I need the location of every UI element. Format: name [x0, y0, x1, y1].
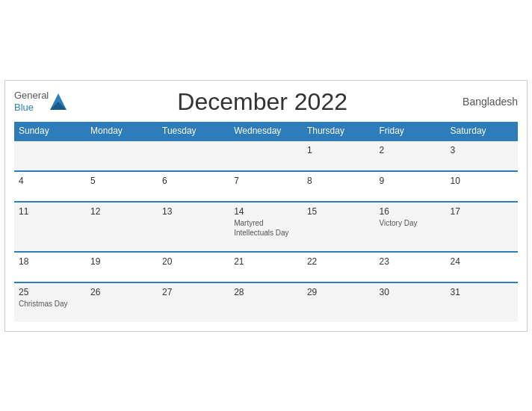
- day-number: 22: [307, 256, 371, 267]
- holiday-label: Victory Day: [380, 218, 442, 228]
- calendar-cell: 30: [375, 282, 446, 322]
- calendar-cell: 25Christmas Day: [14, 282, 86, 322]
- calendar-week-row: 45678910: [14, 171, 518, 202]
- calendar-cell: 28: [229, 282, 303, 322]
- day-number: 25: [19, 287, 81, 297]
- calendar-cell: [14, 140, 86, 171]
- calendar-cell: 14Martyred Intellectuals Day: [229, 202, 303, 252]
- calendar-cell: 6: [158, 171, 229, 202]
- day-number: 5: [90, 176, 153, 186]
- weekday-header: Wednesday: [229, 122, 303, 140]
- day-number: 7: [234, 176, 298, 186]
- weekday-header: Monday: [86, 122, 158, 140]
- calendar-cell: 23: [375, 252, 446, 282]
- day-number: 14: [234, 206, 298, 217]
- holiday-label: Christmas Day: [19, 299, 81, 309]
- day-number: 12: [90, 206, 153, 217]
- calendar-cell: 29: [303, 282, 375, 322]
- calendar-cell: 22: [303, 252, 375, 282]
- calendar-week-row: 11121314Martyred Intellectuals Day1516Vi…: [14, 202, 518, 252]
- day-number: 27: [162, 287, 225, 297]
- calendar-cell: 11: [14, 202, 86, 252]
- day-number: 20: [162, 256, 225, 267]
- day-number: 1: [307, 145, 371, 155]
- day-number: 10: [451, 176, 513, 186]
- day-number: 6: [162, 176, 225, 186]
- day-number: 15: [307, 206, 371, 217]
- day-number: 30: [380, 287, 442, 297]
- calendar-grid: SundayMondayTuesdayWednesdayThursdayFrid…: [14, 122, 518, 322]
- calendar-cell: [158, 140, 229, 171]
- day-number: 31: [451, 287, 513, 297]
- calendar-cell: 4: [14, 171, 86, 202]
- calendar-cell: 31: [446, 282, 518, 322]
- calendar-cell: 26: [86, 282, 158, 322]
- day-number: 16: [380, 206, 442, 217]
- calendar-cell: 24: [446, 252, 518, 282]
- day-number: 29: [307, 287, 371, 297]
- calendar-cell: 20: [158, 252, 229, 282]
- logo: General Blue: [14, 90, 66, 113]
- calendar-cell: 12: [86, 202, 158, 252]
- calendar-cell: 21: [229, 252, 303, 282]
- calendar-cell: 5: [86, 171, 158, 202]
- weekday-header: Friday: [375, 122, 446, 140]
- day-number: 11: [19, 206, 81, 217]
- day-number: 13: [162, 206, 225, 217]
- day-number: 24: [451, 256, 513, 267]
- weekday-header: Tuesday: [158, 122, 229, 140]
- weekday-header-row: SundayMondayTuesdayWednesdayThursdayFrid…: [14, 122, 518, 140]
- calendar-week-row: 18192021222324: [14, 252, 518, 282]
- logo-general-text: General: [14, 90, 49, 102]
- calendar-cell: 3: [446, 140, 518, 171]
- holiday-label: Martyred Intellectuals Day: [234, 218, 298, 238]
- calendar-cell: 8: [303, 171, 375, 202]
- logo-icon: [50, 93, 66, 110]
- calendar-week-row: 25Christmas Day262728293031: [14, 282, 518, 322]
- calendar-cell: 10: [446, 171, 518, 202]
- weekday-header: Saturday: [446, 122, 518, 140]
- weekday-header: Thursday: [303, 122, 375, 140]
- day-number: 17: [451, 206, 513, 217]
- day-number: 9: [380, 176, 442, 186]
- calendar-cell: 19: [86, 252, 158, 282]
- day-number: 2: [380, 145, 442, 155]
- calendar-cell: 15: [303, 202, 375, 252]
- calendar-cell: [229, 140, 303, 171]
- calendar-cell: 27: [158, 282, 229, 322]
- calendar-container: General Blue December 2022 Bangladesh Su…: [4, 80, 528, 332]
- country-label: Bangladesh: [458, 96, 518, 108]
- day-number: 18: [19, 256, 81, 267]
- calendar-header: General Blue December 2022 Bangladesh: [14, 88, 518, 116]
- day-number: 23: [380, 256, 442, 267]
- day-number: 19: [90, 256, 153, 267]
- calendar-cell: 9: [375, 171, 446, 202]
- day-number: 4: [19, 176, 81, 186]
- weekday-header: Sunday: [14, 122, 86, 140]
- calendar-cell: 7: [229, 171, 303, 202]
- calendar-cell: 16Victory Day: [375, 202, 446, 252]
- calendar-cell: 2: [375, 140, 446, 171]
- day-number: 3: [451, 145, 513, 155]
- calendar-cell: [86, 140, 158, 171]
- calendar-cell: 18: [14, 252, 86, 282]
- day-number: 21: [234, 256, 298, 267]
- calendar-week-row: 123: [14, 140, 518, 171]
- month-title: December 2022: [66, 88, 458, 116]
- day-number: 26: [90, 287, 153, 297]
- day-number: 8: [307, 176, 371, 186]
- logo-blue-text: Blue: [14, 102, 49, 114]
- calendar-cell: 13: [158, 202, 229, 252]
- calendar-cell: 1: [303, 140, 375, 171]
- calendar-cell: 17: [446, 202, 518, 252]
- day-number: 28: [234, 287, 298, 297]
